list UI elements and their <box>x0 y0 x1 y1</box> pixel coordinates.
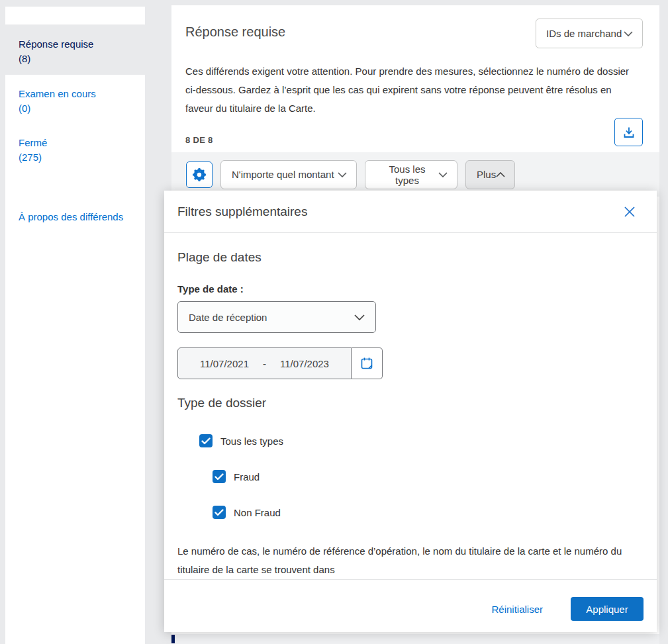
sidebar-item-label: Examen en cours <box>19 87 138 101</box>
checkbox-row-all-types: Tous les types <box>199 434 644 447</box>
chevron-down-icon <box>624 31 633 36</box>
reset-button[interactable]: Réinitialiser <box>491 604 543 615</box>
filter-bar: N'importe quel montant Tous les types Pl… <box>171 152 659 197</box>
date-separator: - <box>263 358 266 369</box>
close-button[interactable] <box>622 204 638 220</box>
merchant-ids-dropdown-value: IDs de marchand <box>546 28 622 39</box>
amount-filter-dropdown[interactable]: N'importe quel montant <box>220 160 357 189</box>
all-types-checkbox[interactable] <box>199 434 213 447</box>
fraud-checkbox[interactable] <box>213 470 226 483</box>
chevron-down-icon <box>338 172 347 177</box>
about-disputes-link[interactable]: À propos des différends <box>19 211 138 222</box>
sidebar-item-response-required[interactable]: Réponse requise (8) <box>5 24 145 75</box>
date-to-value: 11/07/2023 <box>280 358 329 369</box>
filter-settings-button[interactable] <box>186 161 213 188</box>
chevron-down-icon <box>438 172 448 177</box>
modal-footer: Réinitialiser Appliquer <box>164 579 657 632</box>
checkbox-label: Fraud <box>234 471 260 483</box>
gear-icon <box>192 167 207 182</box>
date-type-label: Type de date : <box>177 283 644 295</box>
modal-footnote: Le numéro de cas, le numéro de référence… <box>177 542 634 579</box>
more-filters-button[interactable]: Plus <box>465 160 515 189</box>
additional-filters-modal: Filtres supplémentaires Plage de dates T… <box>164 191 657 632</box>
calendar-icon <box>359 356 374 371</box>
disputes-sidebar: Réponse requise (8) Examen en cours (0) … <box>5 7 145 644</box>
date-range-heading: Plage de dates <box>177 250 644 265</box>
checkbox-label: Tous les types <box>220 436 283 447</box>
non-fraud-checkbox[interactable] <box>213 506 226 519</box>
checkbox-row-fraud: Fraud <box>213 470 644 483</box>
more-filters-label: Plus <box>477 169 496 180</box>
modal-header: Filtres supplémentaires <box>164 191 657 233</box>
calendar-button[interactable] <box>352 347 383 379</box>
sidebar-item-under-review[interactable]: Examen en cours (0) <box>5 75 145 124</box>
sidebar-item-count: (275) <box>19 150 138 165</box>
download-icon <box>622 125 636 140</box>
panel-description: Ces différends exigent votre attention. … <box>185 62 633 118</box>
merchant-ids-dropdown[interactable]: IDs de marchand <box>536 19 643 48</box>
sidebar-item-count: (0) <box>19 101 138 116</box>
sidebar-item-label: Fermé <box>19 136 138 150</box>
sidebar-item-label: Réponse requise <box>19 37 138 52</box>
date-range-field: 11/07/2021 - 11/07/2023 <box>177 347 644 379</box>
modal-body: Plage de dates Type de date : Date de ré… <box>164 250 657 579</box>
date-type-value: Date de réception <box>189 312 267 323</box>
amount-filter-value: N'importe quel montant <box>232 169 334 180</box>
sidebar-spacer <box>5 7 145 24</box>
type-filter-dropdown[interactable]: Tous les types <box>365 160 457 189</box>
chevron-down-icon <box>354 314 365 320</box>
type-filter-value: Tous les types <box>376 163 438 186</box>
sidebar-item-closed[interactable]: Fermé (275) <box>5 124 145 173</box>
page-title: Réponse requise <box>185 24 285 40</box>
date-type-select[interactable]: Date de réception <box>177 301 376 333</box>
chevron-up-icon <box>496 172 505 177</box>
apply-button[interactable]: Appliquer <box>571 597 644 621</box>
results-row: 8 DE 8 <box>171 118 659 146</box>
panel-header: Réponse requise IDs de marchand <box>171 5 659 48</box>
case-type-heading: Type de dossier <box>177 396 644 410</box>
close-icon <box>622 205 637 219</box>
checkbox-row-non-fraud: Non Fraud <box>213 506 644 519</box>
sidebar-item-count: (8) <box>19 52 138 66</box>
case-list-row <box>171 634 659 644</box>
date-from-value: 11/07/2021 <box>200 358 249 369</box>
case-row-marker <box>171 635 175 643</box>
modal-title: Filtres supplémentaires <box>177 205 307 219</box>
results-count: 8 DE 8 <box>185 135 213 145</box>
download-button[interactable] <box>614 118 643 146</box>
checkbox-label: Non Fraud <box>234 507 281 518</box>
date-range-input[interactable]: 11/07/2021 - 11/07/2023 <box>177 347 352 379</box>
